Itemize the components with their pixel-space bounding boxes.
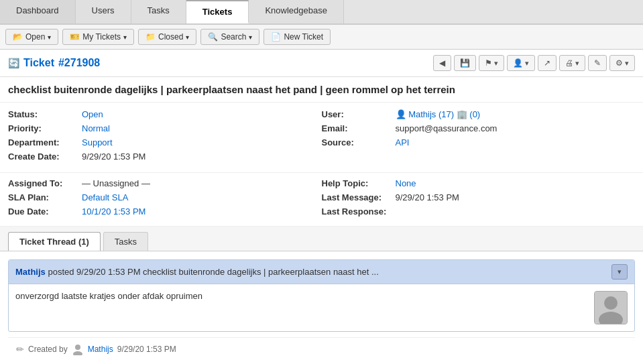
search-icon: 🔍	[208, 32, 218, 42]
new-ticket-icon: 📄	[271, 32, 281, 42]
closed-icon: 📁	[145, 32, 156, 42]
my-tickets-button[interactable]: 🎫 My Tickets ▾	[62, 29, 134, 45]
assigned-section: Assigned To: — Unassigned — SLA Plan: De…	[0, 173, 643, 227]
status-value: Open	[82, 109, 103, 119]
created-by-user-link[interactable]: Mathijs	[88, 345, 113, 354]
priority-value: Normal	[82, 123, 110, 133]
help-topic-label: Help Topic:	[322, 178, 396, 188]
nav-item-users[interactable]: Users	[76, 0, 131, 23]
due-date-link[interactable]: 10/1/20 1:53 PM	[82, 206, 145, 217]
thread-poster: Mathijs	[15, 267, 46, 277]
nav-item-tasks[interactable]: Tasks	[131, 0, 186, 23]
thread-preview: checklist buitenronde dagelijks | parkee…	[143, 267, 379, 277]
create-date-row: Create Date: 9/29/20 1:53 PM	[8, 151, 322, 162]
source-value: API	[396, 137, 410, 147]
thread-item-header-text: Mathijs posted 9/29/20 1:53 PM checklist…	[15, 267, 379, 277]
user-assign-caret-icon: ▾	[525, 59, 529, 68]
create-date-value: 9/29/20 1:53 PM	[82, 151, 145, 162]
nav-item-tickets[interactable]: Tickets	[186, 0, 249, 23]
share-button[interactable]: ↗	[538, 55, 557, 71]
email-row: Email: support@qassurance.com	[322, 123, 636, 133]
thread-item: Mathijs posted 9/29/20 1:53 PM checklist…	[8, 259, 635, 332]
tab-thread[interactable]: Ticket Thread (1)	[8, 232, 101, 251]
user-name-link[interactable]: Mathijs	[408, 109, 436, 119]
print-caret-icon: ▾	[575, 59, 579, 68]
tab-tasks[interactable]: Tasks	[103, 232, 148, 251]
thread-area: Mathijs posted 9/29/20 1:53 PM checklist…	[0, 251, 643, 364]
pencil-icon: ✏	[16, 344, 24, 355]
department-row: Department: Support	[8, 137, 322, 147]
nav-item-dashboard[interactable]: Dashboard	[0, 0, 76, 23]
open-button[interactable]: 📂 Open ▾	[5, 29, 58, 45]
new-ticket-button[interactable]: 📄 New Ticket	[264, 29, 331, 45]
back-icon: ◀	[439, 58, 445, 68]
user-assign-button[interactable]: 👤 ▾	[507, 55, 535, 71]
user-value: 👤 Mathijs (17) 🏢 (0)	[396, 109, 481, 119]
main-content: 🔄 Ticket #271908 ◀ 💾 ⚑ ▾ 👤 ▾ ↗ 🖨	[0, 50, 643, 364]
created-by-avatar-icon	[72, 343, 84, 355]
open-icon: 📂	[13, 32, 23, 42]
tabs-container: Ticket Thread (1) Tasks	[0, 227, 643, 251]
flag-caret-icon: ▾	[494, 59, 498, 68]
open-caret-icon: ▾	[48, 34, 51, 41]
sla-link[interactable]: Default SLA	[82, 192, 128, 202]
ticket-header: 🔄 Ticket #271908 ◀ 💾 ⚑ ▾ 👤 ▾ ↗ 🖨	[0, 50, 643, 77]
email-value: support@qassurance.com	[396, 123, 498, 133]
thread-dropdown-icon: ▾	[618, 267, 622, 276]
thread-dropdown-button[interactable]: ▾	[611, 264, 628, 280]
print-icon: 🖨	[565, 58, 573, 68]
status-link[interactable]: Open	[82, 109, 103, 119]
thread-footer: ✏ Created by Mathijs 9/29/20 1:53 PM	[8, 337, 635, 361]
save-icon: 💾	[460, 58, 470, 68]
gear-button[interactable]: ⚙ ▾	[609, 55, 635, 71]
flag-button[interactable]: ⚑ ▾	[479, 55, 504, 71]
source-link[interactable]: API	[396, 137, 410, 147]
user-person-icon: 👤	[396, 109, 406, 119]
help-topic-link[interactable]: None	[396, 178, 416, 188]
department-link[interactable]: Support	[82, 137, 113, 147]
back-button[interactable]: ◀	[433, 55, 451, 71]
due-date-value: 10/1/20 1:53 PM	[82, 206, 145, 217]
create-date-label: Create Date:	[8, 151, 82, 162]
user-row: User: 👤 Mathijs (17) 🏢 (0)	[322, 109, 636, 119]
toolbar: 📂 Open ▾ 🎫 My Tickets ▾ 📁 Closed ▾ 🔍 Sea…	[0, 25, 643, 50]
help-topic-value: None	[396, 178, 416, 188]
priority-row: Priority: Normal	[8, 123, 322, 133]
thread-post-date: 9/29/20 1:53 PM	[76, 267, 140, 277]
due-date-row: Due Date: 10/1/20 1:53 PM	[8, 206, 322, 217]
department-label: Department:	[8, 137, 82, 147]
assigned-to-row: Assigned To: — Unassigned —	[8, 178, 322, 188]
top-nav: Dashboard Users Tasks Tickets Knowledgeb…	[0, 0, 643, 25]
user-label: User:	[322, 109, 396, 119]
refresh-icon[interactable]: 🔄	[8, 58, 19, 68]
priority-label: Priority:	[8, 123, 82, 133]
gear-icon: ⚙	[616, 58, 623, 68]
svg-point-1	[604, 296, 618, 310]
last-response-label: Last Response:	[322, 206, 396, 217]
search-button[interactable]: 🔍 Search ▾	[200, 29, 259, 45]
last-message-label: Last Message:	[322, 192, 396, 202]
flag-icon: ⚑	[485, 58, 492, 68]
details-left: Status: Open Priority: Normal Department…	[8, 109, 322, 166]
edit-button[interactable]: ✎	[588, 55, 607, 71]
closed-button[interactable]: 📁 Closed ▾	[138, 29, 196, 45]
closed-caret-icon: ▾	[186, 34, 189, 41]
share-icon: ↗	[544, 58, 550, 68]
sla-label: SLA Plan:	[8, 192, 82, 202]
status-label: Status:	[8, 109, 82, 119]
ticket-id: #271908	[58, 57, 100, 69]
ticket-subject: checklist buitenronde dagelijks | parkee…	[0, 77, 643, 103]
department-value: Support	[82, 137, 113, 147]
nav-item-knowledgebase[interactable]: Knowledgebase	[249, 0, 344, 23]
help-topic-row: Help Topic: None	[322, 178, 636, 188]
last-message-value: 9/29/20 1:53 PM	[396, 192, 459, 202]
user-assign-icon: 👤	[513, 58, 523, 68]
my-tickets-caret-icon: ▾	[123, 34, 127, 41]
save-button[interactable]: 💾	[454, 55, 476, 71]
gear-caret-icon: ▾	[625, 59, 629, 68]
svg-point-3	[75, 345, 80, 350]
svg-point-4	[73, 351, 82, 355]
user-count: (17)	[439, 109, 454, 119]
print-button[interactable]: 🖨 ▾	[559, 55, 585, 71]
ticket-actions: ◀ 💾 ⚑ ▾ 👤 ▾ ↗ 🖨 ▾ ✎	[433, 55, 635, 71]
